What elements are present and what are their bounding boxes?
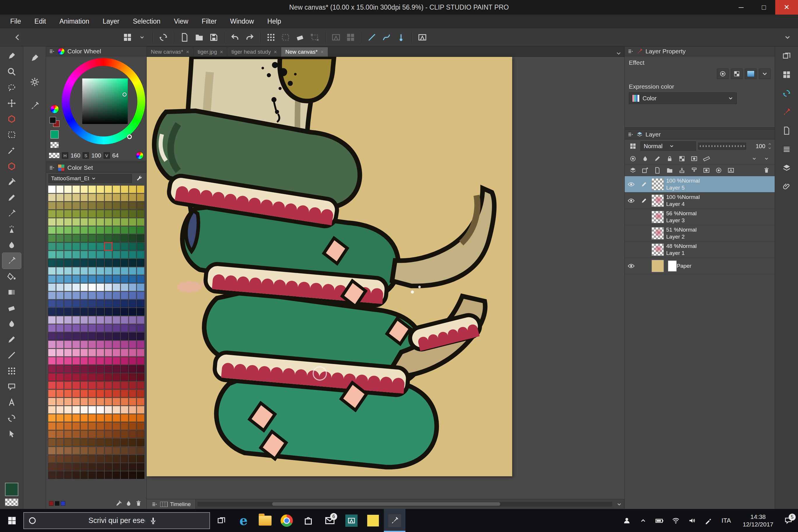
color-swatch[interactable]	[113, 324, 120, 332]
color-swatch[interactable]	[137, 414, 145, 422]
frame-select-tool-icon[interactable]	[2, 158, 21, 174]
menu-edit[interactable]: Edit	[28, 15, 53, 28]
reference-layer-icon[interactable]	[639, 154, 651, 164]
color-swatch[interactable]	[129, 463, 136, 471]
color-swatch[interactable]	[80, 365, 88, 373]
color-swatch[interactable]	[88, 471, 96, 479]
color-swatch[interactable]	[64, 398, 72, 405]
hue-marker[interactable]	[127, 134, 132, 139]
color-swatch[interactable]	[64, 234, 72, 242]
object-tool-icon[interactable]	[2, 111, 21, 127]
expression-color-select[interactable]: Color	[629, 93, 737, 104]
color-swatch[interactable]	[129, 357, 136, 365]
color-swatch[interactable]	[80, 431, 88, 438]
color-swatch[interactable]	[105, 186, 112, 193]
delete-layer-icon[interactable]	[761, 165, 772, 175]
ruler-range-icon[interactable]	[701, 154, 712, 164]
color-swatch[interactable]	[137, 357, 145, 365]
minimize-button[interactable]: ─	[730, 0, 753, 15]
color-swatch[interactable]	[88, 210, 96, 217]
color-swatch[interactable]	[137, 332, 145, 340]
foreground-color-swatch[interactable]	[5, 483, 18, 496]
layer-thumbnail[interactable]	[651, 211, 664, 223]
color-swatch[interactable]	[88, 292, 96, 299]
color-wheel-mode-icon[interactable]	[50, 105, 59, 113]
color-swatch[interactable]	[97, 292, 104, 299]
color-swatch[interactable]	[105, 381, 112, 389]
color-swatch[interactable]	[113, 300, 120, 307]
color-swatch[interactable]	[105, 226, 112, 234]
color-swatch[interactable]	[64, 332, 72, 340]
color-swatch[interactable]	[88, 439, 96, 446]
color-swatch[interactable]	[97, 218, 104, 226]
color-swatch[interactable]	[105, 324, 112, 332]
color-swatch[interactable]	[72, 357, 80, 365]
brush-tool-icon[interactable]	[2, 206, 21, 221]
color-swatch[interactable]	[72, 463, 80, 471]
color-swatch[interactable]	[121, 414, 128, 422]
replace-color-icon[interactable]	[124, 499, 134, 508]
color-swatch[interactable]	[80, 414, 88, 422]
color-swatch[interactable]	[64, 267, 72, 275]
color-swatch[interactable]	[121, 316, 128, 324]
color-swatch[interactable]	[56, 471, 64, 479]
opacity-slider[interactable]	[698, 142, 746, 150]
color-swatch[interactable]	[113, 439, 120, 446]
color-swatch[interactable]	[56, 194, 64, 201]
document-tab[interactable]: New canvas*×	[147, 47, 193, 57]
color-swatch[interactable]	[97, 226, 104, 234]
color-swatch[interactable]	[121, 365, 128, 373]
border-effect-icon[interactable]	[717, 69, 728, 79]
color-swatch[interactable]	[113, 357, 120, 365]
color-swatch[interactable]	[72, 194, 80, 201]
color-swatch[interactable]	[113, 365, 120, 373]
color-swatch[interactable]	[129, 194, 136, 201]
color-swatch[interactable]	[113, 455, 120, 462]
color-swatch[interactable]	[48, 308, 56, 316]
color-swatch[interactable]	[64, 186, 72, 193]
workspace-switch-icon[interactable]	[120, 30, 135, 44]
command-bar-overflow-icon[interactable]	[781, 34, 794, 41]
color-swatch[interactable]	[72, 414, 80, 422]
layer-thumbnail[interactable]	[651, 178, 664, 190]
color-swatch[interactable]	[129, 332, 136, 340]
text-tool-icon[interactable]	[2, 395, 21, 411]
color-swatch[interactable]	[137, 365, 145, 373]
color-swatch[interactable]	[129, 349, 136, 356]
new-file-icon[interactable]	[177, 30, 192, 44]
color-swatch[interactable]	[56, 422, 64, 430]
color-swatch[interactable]	[56, 316, 64, 324]
color-swatch[interactable]	[97, 234, 104, 242]
color-swatch[interactable]	[72, 186, 80, 193]
color-swatch[interactable]	[56, 292, 64, 299]
tone-tool-icon[interactable]	[2, 363, 21, 379]
color-swatch[interactable]	[137, 210, 145, 217]
color-swatch[interactable]	[64, 431, 72, 438]
register-as-material-icon[interactable]	[725, 165, 737, 175]
color-swatch[interactable]	[137, 308, 145, 316]
color-swatch[interactable]	[88, 243, 96, 250]
color-swatch[interactable]	[56, 414, 64, 422]
color-swatch[interactable]	[121, 357, 128, 365]
color-swatch[interactable]	[97, 284, 104, 291]
color-swatch[interactable]	[121, 324, 128, 332]
workspace-menu-icon[interactable]	[135, 30, 149, 44]
open-file-icon[interactable]	[192, 30, 207, 44]
color-swatch[interactable]	[80, 234, 88, 242]
color-swatch[interactable]	[129, 381, 136, 389]
color-swatch[interactable]	[88, 381, 96, 389]
close-button[interactable]: ✕	[775, 0, 798, 15]
color-swatch[interactable]	[72, 431, 80, 438]
color-swatch[interactable]	[48, 267, 56, 275]
color-swatch[interactable]	[72, 381, 80, 389]
color-swatch[interactable]	[80, 398, 88, 405]
menu-view[interactable]: View	[167, 15, 195, 28]
color-swatch[interactable]	[129, 251, 136, 259]
transfer-to-lower-layer-icon[interactable]	[676, 165, 688, 175]
color-swatch[interactable]	[113, 463, 120, 471]
color-swatch[interactable]	[48, 439, 56, 446]
color-swatch[interactable]	[88, 447, 96, 454]
color-swatch[interactable]	[113, 218, 120, 226]
color-swatch[interactable]	[56, 251, 64, 259]
color-swatch[interactable]	[56, 357, 64, 365]
